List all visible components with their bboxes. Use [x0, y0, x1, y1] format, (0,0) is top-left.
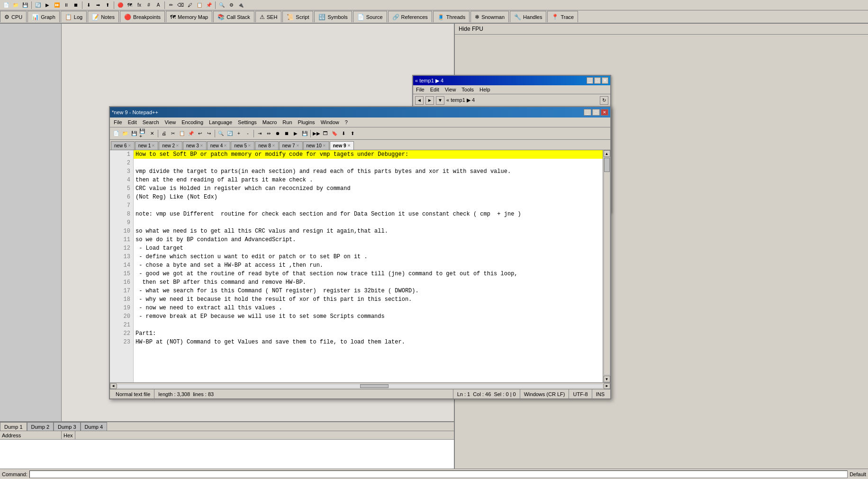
- notepad-close-button[interactable]: ✕: [601, 109, 608, 116]
- tab-graph[interactable]: 📊 Graph: [27, 11, 60, 22]
- tab-source[interactable]: 📄 Source: [353, 11, 387, 22]
- tab-memory-map[interactable]: 🗺 Memory Map: [166, 11, 212, 22]
- toolbar-icon-restart[interactable]: 🔄: [34, 1, 42, 9]
- npp-menu-run[interactable]: Run: [280, 118, 294, 126]
- code-line[interactable]: - what we search for is this Command ( N…: [134, 287, 603, 295]
- tab-script[interactable]: 📜 Script: [282, 11, 313, 22]
- search-menu-tools[interactable]: Tools: [461, 86, 475, 93]
- scroll-down-button[interactable]: ▼: [604, 376, 610, 382]
- search-refresh-button[interactable]: ↻: [600, 96, 608, 105]
- npp-menu-search[interactable]: Search: [141, 118, 161, 126]
- code-line[interactable]: [134, 201, 603, 210]
- npp-tab-new10-close[interactable]: ✕: [323, 144, 326, 148]
- code-line[interactable]: (Not Reg) Like (Not Edx): [134, 193, 603, 201]
- npp-tool-close[interactable]: ✕: [148, 129, 156, 138]
- scroll-thumb[interactable]: [604, 158, 610, 172]
- npp-menu-window[interactable]: Window: [319, 118, 341, 126]
- dump-tab-4[interactable]: Dump 4: [81, 422, 108, 431]
- notepad-editor[interactable]: 1234567891011121314151617181920212223 Ho…: [110, 150, 610, 382]
- npp-tool-open[interactable]: 📁: [121, 129, 129, 138]
- code-line[interactable]: - good we got at the routine of read byt…: [134, 270, 603, 278]
- npp-tool-zoom-out[interactable]: -: [244, 129, 252, 138]
- npp-tab-new5[interactable]: new 5 ✕: [231, 141, 254, 150]
- npp-tool-sync-scroll[interactable]: ⇔: [264, 129, 273, 138]
- toolbar-icon-pencil[interactable]: ✏: [167, 1, 175, 9]
- npp-tab-new4[interactable]: new 4 ✕: [207, 141, 231, 150]
- npp-tab-new3[interactable]: new 3 ✕: [183, 141, 207, 150]
- toolbar-icon-stop[interactable]: ⏹: [72, 1, 80, 9]
- code-line[interactable]: - define which section u want to edit or…: [134, 253, 603, 261]
- npp-tool-copy[interactable]: 📋: [178, 129, 186, 138]
- npp-tool-print[interactable]: 🖨: [160, 129, 168, 138]
- notepad-maximize-button[interactable]: □: [592, 109, 600, 116]
- npp-tool-cut[interactable]: ✂: [169, 129, 177, 138]
- npp-tab-new7-close[interactable]: ✕: [296, 144, 299, 148]
- tab-seh[interactable]: ⚠ SEH: [255, 11, 282, 22]
- code-line[interactable]: - remove break at EP because we will use…: [134, 312, 603, 321]
- npp-tab-new7[interactable]: new 7 ✕: [279, 141, 303, 150]
- notepad-minimize-button[interactable]: _: [584, 109, 591, 116]
- npp-tool-new[interactable]: 📄: [112, 129, 120, 138]
- npp-tool-play-record[interactable]: ▶: [291, 129, 300, 138]
- search-forward-button[interactable]: ►: [425, 96, 434, 105]
- tab-trace[interactable]: 📍 Trace: [547, 11, 578, 22]
- tab-cpu[interactable]: ⚙ CPU: [0, 11, 27, 22]
- npp-tool-toggle-bookmark[interactable]: 🔖: [330, 129, 339, 138]
- search-menu-file[interactable]: File: [415, 86, 425, 93]
- toolbar-icon-settings[interactable]: ⚙: [227, 1, 235, 9]
- toolbar-icon-save[interactable]: 💾: [21, 1, 29, 9]
- search-maximize-button[interactable]: □: [594, 77, 601, 84]
- toolbar-icon-open[interactable]: 📁: [11, 1, 20, 9]
- dump-tab-3[interactable]: Dump 3: [54, 422, 81, 431]
- search-dropdown-button[interactable]: ▼: [436, 96, 444, 105]
- npp-tool-save-record[interactable]: 💾: [300, 129, 309, 138]
- scroll-track[interactable]: [604, 157, 610, 375]
- tab-handles[interactable]: 🔧 Handles: [510, 11, 546, 22]
- tab-call-stack[interactable]: 📚 Call Stack: [213, 11, 254, 22]
- npp-tool-redo[interactable]: ↪: [205, 129, 213, 138]
- code-line[interactable]: - chose a byte and set a HW-BP at access…: [134, 261, 603, 270]
- npp-tool-stop-record[interactable]: ⏹: [282, 129, 291, 138]
- npp-tool-run-macro[interactable]: ▶▶: [312, 129, 321, 138]
- toolbar-icon-search[interactable]: 🔍: [217, 1, 226, 9]
- toolbar-icon-run[interactable]: ⏩: [53, 1, 61, 9]
- npp-tab-new8[interactable]: new 8 ✕: [255, 141, 279, 150]
- npp-tool-undo[interactable]: ↩: [196, 129, 204, 138]
- code-line[interactable]: so we do it by BP condation and Advanced…: [134, 235, 603, 244]
- npp-tab-new5-close[interactable]: ✕: [248, 144, 251, 148]
- scroll-up-button[interactable]: ▲: [604, 150, 610, 157]
- code-line[interactable]: HW-BP at (NOT) Command to get Values and…: [134, 338, 603, 346]
- hscroll-left-button[interactable]: ◄: [110, 383, 117, 389]
- npp-tool-indent[interactable]: ⇥: [255, 129, 264, 138]
- hscroll-thumb[interactable]: [360, 384, 389, 388]
- code-line[interactable]: - now we need to extract all this values…: [134, 304, 603, 312]
- tab-snowman[interactable]: ❄ Snowman: [470, 11, 509, 22]
- npp-tab-new9[interactable]: new 9 ✕: [330, 141, 354, 150]
- npp-tab-new6-close[interactable]: ✕: [128, 144, 131, 148]
- npp-menu-file[interactable]: File: [112, 118, 124, 126]
- npp-tool-save[interactable]: 💾: [130, 129, 138, 138]
- npp-menu-settings[interactable]: Settings: [236, 118, 259, 126]
- hscroll-right-button[interactable]: ►: [604, 383, 610, 389]
- toolbar-icon-new[interactable]: 📄: [2, 1, 10, 9]
- npp-tool-winmgr[interactable]: 🗖: [321, 129, 330, 138]
- search-menu-view[interactable]: View: [444, 86, 457, 93]
- toolbar-icon-bp[interactable]: 🔴: [116, 1, 125, 9]
- toolbar-icon-step[interactable]: ▶: [43, 1, 52, 9]
- npp-menu-macro[interactable]: Macro: [261, 118, 279, 126]
- npp-tab-new2-close[interactable]: ✕: [176, 144, 179, 148]
- code-line[interactable]: - why we need it because it hold the res…: [134, 295, 603, 304]
- code-line[interactable]: - Load target: [134, 244, 603, 253]
- code-line[interactable]: then set BP after this command and remov…: [134, 278, 603, 287]
- dump-tab-2[interactable]: Dump 2: [27, 422, 54, 431]
- toolbar-icon-step-over[interactable]: ➡: [94, 1, 102, 9]
- code-line[interactable]: Part1:: [134, 329, 603, 338]
- npp-tab-new1[interactable]: new 1 ✕: [135, 141, 159, 150]
- code-line[interactable]: note: vmp use Different routine for chec…: [134, 210, 603, 218]
- code-line[interactable]: [134, 321, 603, 329]
- npp-tab-new3-close[interactable]: ✕: [200, 144, 203, 148]
- toolbar-icon-mem[interactable]: 🗺: [126, 1, 134, 9]
- code-line[interactable]: CRC value is Holded in register which ca…: [134, 184, 603, 193]
- npp-tab-new4-close[interactable]: ✕: [224, 144, 227, 148]
- code-line[interactable]: then at the end reading of all parts it …: [134, 176, 603, 184]
